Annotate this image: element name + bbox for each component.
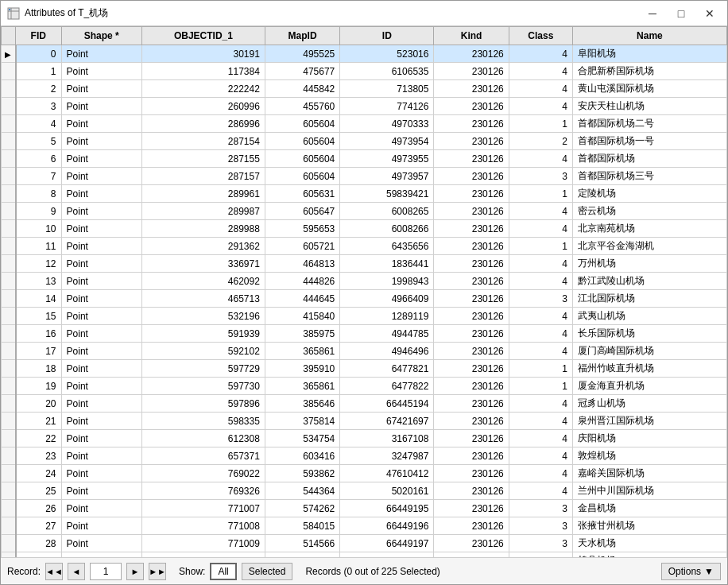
cell-fid: 14 xyxy=(16,290,62,308)
cell-name: 金昌机场 xyxy=(572,500,726,517)
cell-shape: Point xyxy=(61,395,141,413)
row-indicator xyxy=(2,413,16,430)
cell-class: 4 xyxy=(509,413,572,430)
table-row[interactable]: 7Point28715760560449739572301263首都国际机场三号 xyxy=(2,168,727,185)
table-row[interactable]: 11Point29136260572164356562301261北京平谷金海湖… xyxy=(2,238,727,255)
table-row[interactable]: 22Point61230853475431671082301264庆阳机场 xyxy=(2,430,727,447)
table-row[interactable]: 8Point289961605631598394212301261定陵机场 xyxy=(2,185,727,203)
cell-class: 3 xyxy=(509,535,572,552)
cell-fid: 25 xyxy=(16,482,62,500)
cell-class: 1 xyxy=(509,360,572,378)
cell-mapid: 395910 xyxy=(265,360,339,378)
record-number-input[interactable] xyxy=(90,563,122,580)
cell-shape: Point xyxy=(61,273,141,290)
table-row[interactable]: 28Point771009514566664491972301263天水机场 xyxy=(2,535,727,552)
table-row[interactable]: 23Point65737160341632479872301264敦煌机场 xyxy=(2,447,727,465)
cell-objectid: 291362 xyxy=(142,238,265,255)
header-class[interactable]: Class xyxy=(509,27,572,45)
cell-kind: 230126 xyxy=(434,98,509,115)
cell-shape: Point xyxy=(61,238,141,255)
cell-objectid: 222242 xyxy=(142,80,265,98)
cell-class: 4 xyxy=(509,80,572,98)
nav-last-button[interactable]: ►► xyxy=(149,563,166,580)
cell-name: 武夷山机场 xyxy=(572,308,726,325)
header-kind[interactable]: Kind xyxy=(434,27,509,45)
header-row-indicator xyxy=(2,27,16,45)
cell-shape: Point xyxy=(61,482,141,500)
cell-kind: 230126 xyxy=(434,273,509,290)
cell-mapid: 603416 xyxy=(265,447,339,465)
cell-name: 天水机场 xyxy=(572,535,726,552)
header-objectid[interactable]: OBJECTID_1 xyxy=(142,27,265,45)
table-row[interactable]: 6Point28715560560449739552301264首都国际机场 xyxy=(2,150,727,168)
cell-objectid: 597896 xyxy=(142,395,265,413)
close-button[interactable]: ✕ xyxy=(699,2,721,25)
row-indicator: ▶ xyxy=(2,45,16,63)
table-row[interactable]: 13Point46209244482619989432301264黔江武陵山机场 xyxy=(2,273,727,290)
cell-objectid: 289988 xyxy=(142,220,265,238)
header-shape[interactable]: Shape * xyxy=(61,27,141,45)
table-scroll[interactable]: FID Shape * OBJECTID_1 MapID ID Kind Cla… xyxy=(1,26,727,557)
header-name[interactable]: Name xyxy=(572,27,726,45)
table-row[interactable]: 25Point76932654436450201612301264兰州中川国际机… xyxy=(2,482,727,500)
table-row[interactable]: 14Point46571344464549664092301263江北国际机场 xyxy=(2,290,727,308)
header-id[interactable]: ID xyxy=(340,27,434,45)
cell-id: 6106535 xyxy=(340,63,434,80)
table-row[interactable]: ▶0Point301914955255230162301264阜阳机场 xyxy=(2,45,727,63)
cell-class: 4 xyxy=(509,395,572,413)
selected-row-arrow-icon: ▶ xyxy=(5,50,11,59)
cell-id: 523016 xyxy=(340,45,434,63)
cell-shape: Point xyxy=(61,168,141,185)
table-row[interactable]: 26Point771007574262664491952301263金昌机场 xyxy=(2,500,727,517)
cell-shape: Point xyxy=(61,220,141,238)
nav-first-button[interactable]: ◄◄ xyxy=(45,563,63,580)
nav-next-button[interactable]: ► xyxy=(126,563,144,580)
show-all-button[interactable]: All xyxy=(210,563,236,580)
cell-mapid: 605604 xyxy=(265,115,339,133)
cell-class: 1 xyxy=(509,185,572,203)
table-row[interactable]: 2Point2222424458427138052301264黄山屯溪国际机场 xyxy=(2,80,727,98)
cell-name: 定陵机场 xyxy=(572,185,726,203)
cell-objectid: 612308 xyxy=(142,430,265,447)
nav-prev-button[interactable]: ◄ xyxy=(68,563,85,580)
maximize-button[interactable]: □ xyxy=(670,2,692,25)
table-row[interactable]: 18Point59772939591064778212301261福州竹岐直升机… xyxy=(2,360,727,378)
cell-kind: 230126 xyxy=(434,238,509,255)
table-row[interactable]: 12Point33697146481318364412301264万州机场 xyxy=(2,255,727,273)
table-row[interactable]: 10Point28998859565360082662301264北京南苑机场 xyxy=(2,220,727,238)
cell-name: 江北国际机场 xyxy=(572,290,726,308)
table-row[interactable]: 24Point769022593862476104122301264嘉峪关国际机… xyxy=(2,465,727,482)
table-row[interactable]: 17Point59210236586149464962301264厦门高崎国际机… xyxy=(2,343,727,360)
minimize-button[interactable]: ─ xyxy=(641,2,664,25)
cell-fid: 12 xyxy=(16,255,62,273)
cell-kind: 230126 xyxy=(434,517,509,535)
window-title: Attributes of T_机场 xyxy=(25,6,641,20)
options-button[interactable]: Options ▼ xyxy=(661,563,721,580)
cell-class: 1 xyxy=(509,115,572,133)
table-row[interactable]: 16Point59193938597549447852301264长乐国际机场 xyxy=(2,325,727,343)
row-indicator xyxy=(2,290,16,308)
table-row[interactable]: 1Point11738447567761065352301264合肥新桥国际机场 xyxy=(2,63,727,80)
table-row[interactable]: 27Point771008584015664491962301263张掖甘州机场 xyxy=(2,517,727,535)
cell-name: 张掖甘州机场 xyxy=(572,517,726,535)
cell-mapid: 593862 xyxy=(265,465,339,482)
header-mapid[interactable]: MapID xyxy=(265,27,339,45)
table-row[interactable]: 20Point597896385646664451942301264冠豸山机场 xyxy=(2,395,727,413)
table-row[interactable]: 5Point28715460560449739542301262首都国际机场一号 xyxy=(2,133,727,150)
table-row[interactable]: 9Point28998760564760082652301264密云机场 xyxy=(2,203,727,220)
cell-objectid: 657371 xyxy=(142,447,265,465)
table-row[interactable]: 19Point59773036586164778222301261厦金海直升机场 xyxy=(2,378,727,395)
records-info: Records (0 out of 225 Selected) xyxy=(305,566,656,577)
table-row[interactable]: 4Point28699660560449703332301261首都国际机场二号 xyxy=(2,115,727,133)
table-row[interactable]: 3Point2609964557607741262301264安庆天柱山机场 xyxy=(2,98,727,115)
row-indicator xyxy=(2,98,16,115)
cell-shape: Point xyxy=(61,325,141,343)
cell-kind: 230126 xyxy=(434,290,509,308)
show-selected-button[interactable]: Selected xyxy=(242,563,293,580)
cell-class: 1 xyxy=(509,238,572,255)
header-fid[interactable]: FID xyxy=(16,27,62,45)
svg-rect-3 xyxy=(9,9,10,10)
table-row[interactable]: 15Point53219641584012891192301264武夷山机场 xyxy=(2,308,727,325)
table-row[interactable]: 21Point598335375814674216972301264泉州晋江国际… xyxy=(2,413,727,430)
cell-class: 2 xyxy=(509,133,572,150)
